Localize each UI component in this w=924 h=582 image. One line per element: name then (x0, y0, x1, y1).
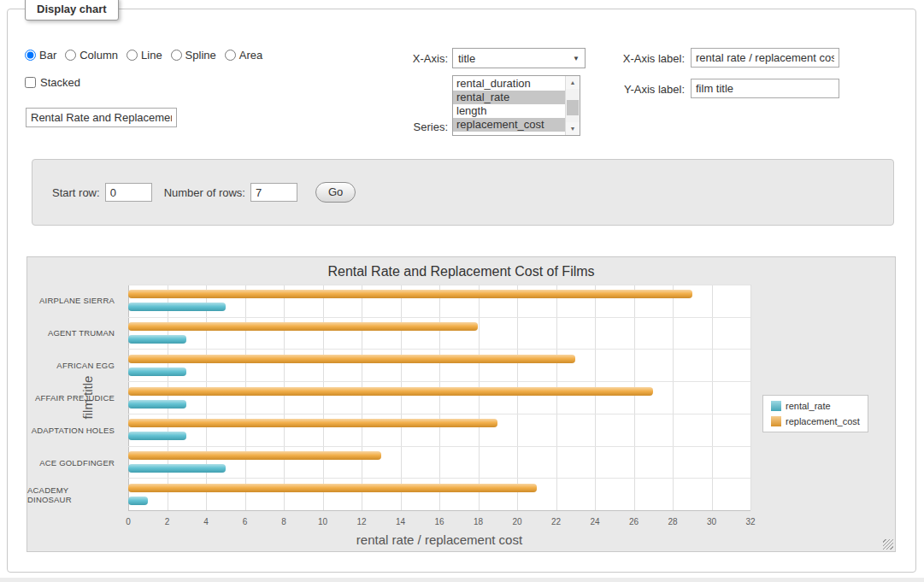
bar-rental_rate[interactable] (128, 400, 186, 409)
bar-rental_rate[interactable] (128, 497, 148, 505)
chart-type-label: Column (79, 49, 118, 62)
number-of-rows-input[interactable] (250, 183, 297, 202)
chart-type-radio-area[interactable] (225, 50, 236, 61)
stacked-row: Stacked (25, 76, 80, 91)
row-range-panel: Start row: Number of rows: Go (32, 159, 894, 226)
x-axis-label: X-Axis: (375, 52, 448, 65)
bar-rental_rate[interactable] (128, 464, 226, 473)
page: Display chart Bar Column Line Spline Are… (0, 0, 924, 582)
chart-type-radio-bar[interactable] (25, 50, 36, 61)
category-label: ACADEMY DINOSAUR (27, 479, 115, 511)
plot-area (128, 285, 750, 511)
gridline-horizontal (128, 317, 750, 318)
x-axis-title: rental rate / replacement cost (128, 532, 750, 547)
x-tick-label: 16 (434, 517, 444, 526)
series-listbox[interactable]: rental_duration rental_rate length repla… (452, 75, 580, 136)
bar-replacement_cost[interactable] (128, 484, 537, 492)
category-label: AGENT TRUMAN (27, 317, 115, 350)
stacked-checkbox[interactable] (25, 77, 36, 88)
bar-rental_rate[interactable] (128, 432, 186, 440)
number-of-rows-label: Number of rows: (164, 186, 245, 199)
category-label: ACE GOLDFINGER (27, 446, 115, 479)
x-axis-label-caption: X-Axis label: (568, 52, 685, 65)
series-option-rental-duration[interactable]: rental_duration (453, 77, 565, 91)
y-axis-label-input[interactable] (691, 79, 839, 98)
chart-canvas: film title AIRPLANE SIERRAAGENT TRUMANAF… (27, 284, 895, 551)
x-tick-label: 6 (243, 517, 248, 526)
x-tick-label: 0 (126, 517, 131, 526)
scrollbar-thumb[interactable] (567, 100, 579, 115)
chart-type-option-area[interactable]: Area (225, 49, 262, 62)
series-option-length[interactable]: length (453, 104, 565, 118)
x-tick-label: 2 (165, 517, 170, 526)
series-option-rental-rate[interactable]: rental_rate (453, 91, 565, 104)
gridline-horizontal (128, 285, 750, 285)
gridline-horizontal (128, 381, 750, 382)
gridline-vertical (439, 285, 440, 510)
category-label: AIRPLANE SIERRA (27, 285, 115, 317)
stacked-option[interactable]: Stacked (25, 76, 80, 89)
x-tick-label: 18 (474, 517, 483, 526)
gridline-vertical (712, 285, 713, 510)
stacked-label: Stacked (40, 76, 80, 89)
bar-rental_rate[interactable] (128, 303, 226, 311)
bar-replacement_cost[interactable] (128, 419, 497, 427)
bar-rental_rate[interactable] (128, 335, 186, 344)
go-button[interactable]: Go (315, 182, 356, 203)
x-axis-select[interactable]: title ▼ (452, 48, 586, 68)
gridline-vertical (362, 285, 362, 510)
gridline-horizontal (128, 349, 750, 350)
x-tick-label: 22 (551, 517, 561, 526)
bar-replacement_cost[interactable] (128, 355, 575, 363)
start-row-input[interactable] (105, 183, 152, 202)
chart-type-option-spline[interactable]: Spline (171, 49, 216, 62)
chart-type-radio-line[interactable] (127, 50, 138, 61)
x-tick-label: 14 (396, 517, 405, 526)
legend-item-rental_rate[interactable]: rental_rate (771, 401, 860, 411)
x-axis-label-input[interactable] (691, 48, 839, 68)
gridline-vertical (595, 285, 596, 510)
legend-item-replacement_cost[interactable]: replacement_cost (771, 416, 860, 426)
x-tick-label: 8 (281, 517, 286, 526)
chart-type-option-bar[interactable]: Bar (25, 49, 56, 62)
chart-type-label: Area (239, 49, 262, 62)
start-row-label: Start row: (52, 186, 100, 199)
x-tick-label: 20 (512, 517, 521, 526)
legend-label: rental_rate (786, 401, 831, 411)
series-label: Series: (375, 121, 448, 133)
gridline-horizontal (128, 446, 750, 447)
y-axis-label-caption: Y-Axis label: (568, 83, 685, 96)
gridline-vertical (245, 285, 246, 510)
x-tick-label: 12 (356, 517, 366, 526)
bar-rental_rate[interactable] (128, 367, 186, 376)
x-tick-label: 10 (318, 517, 327, 526)
lower-panel-edge (0, 578, 924, 582)
display-chart-panel: Display chart Bar Column Line Spline Are… (7, 9, 916, 573)
chart-type-radio-group: Bar Column Line Spline Area (25, 49, 271, 62)
chart-type-radio-spline[interactable] (171, 50, 182, 61)
bar-replacement_cost[interactable] (128, 322, 478, 331)
legend-label: replacement_cost (786, 416, 860, 426)
scrollbar-down-icon[interactable]: ▼ (566, 122, 580, 135)
category-label: AFFAIR PREJUDICE (27, 382, 115, 414)
bar-replacement_cost[interactable] (128, 451, 381, 460)
chart-type-option-line[interactable]: Line (127, 49, 162, 62)
x-tick-label: 24 (590, 517, 599, 526)
chart-type-option-column[interactable]: Column (65, 49, 118, 62)
series-options: rental_duration rental_rate length repla… (453, 77, 565, 132)
bar-replacement_cost[interactable] (128, 387, 653, 396)
chart-type-label: Spline (185, 49, 216, 62)
gridline-vertical (556, 285, 557, 510)
x-tick-label: 26 (629, 517, 639, 526)
gridline-vertical (206, 285, 207, 510)
gridline-vertical (479, 285, 480, 510)
bar-replacement_cost[interactable] (128, 290, 692, 298)
x-tick-labels: 02468101214161820222426283032 (128, 515, 750, 527)
gridline-vertical (128, 285, 129, 510)
chart-type-radio-column[interactable] (65, 50, 76, 61)
chart-title-input[interactable] (26, 108, 177, 127)
resize-grip[interactable] (883, 539, 893, 550)
gridline-horizontal (128, 414, 750, 414)
category-labels: AIRPLANE SIERRAAGENT TRUMANAFRICAN EGGAF… (27, 285, 121, 511)
series-option-replacement-cost[interactable]: replacement_cost (453, 118, 565, 132)
